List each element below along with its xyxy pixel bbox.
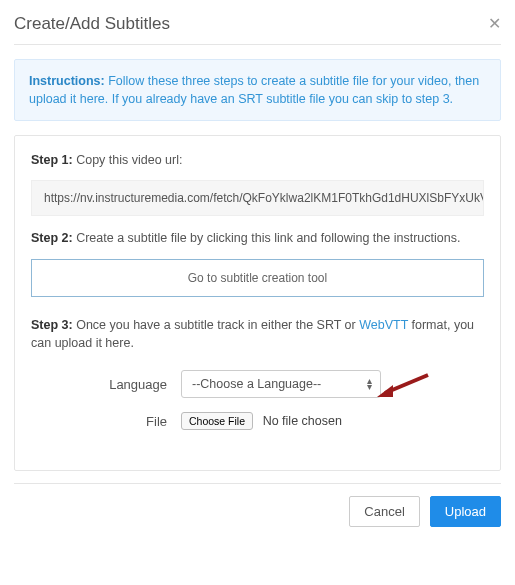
instructions-panel: Instructions: Follow these three steps t… (14, 59, 501, 121)
modal-footer: Cancel Upload (0, 484, 515, 539)
instructions-label: Instructions: (29, 74, 105, 88)
chevron-updown-icon: ▴▾ (367, 378, 372, 390)
file-row: File Choose File No file chosen (31, 412, 484, 430)
step2-text: Create a subtitle file by clicking this … (76, 231, 460, 245)
close-icon[interactable]: ✕ (488, 16, 501, 32)
step1-text: Copy this video url: (76, 153, 182, 167)
file-status: No file chosen (263, 414, 342, 428)
file-label: File (31, 414, 181, 429)
language-select-value: --Choose a Language-- (192, 377, 321, 391)
step2-label: Step 2: (31, 231, 73, 245)
step1-line: Step 1: Copy this video url: (31, 152, 484, 170)
language-row: Language --Choose a Language-- ▴▾ (31, 370, 484, 398)
webvtt-link[interactable]: WebVTT (359, 318, 408, 332)
upload-button[interactable]: Upload (430, 496, 501, 527)
steps-panel: Step 1: Copy this video url: https://nv.… (14, 135, 501, 471)
step1-label: Step 1: (31, 153, 73, 167)
step3-text-before: Once you have a subtitle track in either… (76, 318, 359, 332)
step3-label: Step 3: (31, 318, 73, 332)
step3-line: Step 3: Once you have a subtitle track i… (31, 317, 484, 352)
cancel-button[interactable]: Cancel (349, 496, 419, 527)
choose-file-button[interactable]: Choose File (181, 412, 253, 430)
step2-line: Step 2: Create a subtitle file by clicki… (31, 230, 484, 248)
subtitle-creation-tool-button[interactable]: Go to subtitle creation tool (31, 259, 484, 297)
file-input-wrap: Choose File No file chosen (181, 412, 342, 430)
video-url-box[interactable]: https://nv.instructuremedia.com/fetch/Qk… (31, 180, 484, 216)
language-label: Language (31, 377, 181, 392)
modal-title: Create/Add Subtitles (14, 14, 170, 34)
language-select[interactable]: --Choose a Language-- ▴▾ (181, 370, 381, 398)
modal-header: Create/Add Subtitles ✕ (14, 14, 501, 45)
